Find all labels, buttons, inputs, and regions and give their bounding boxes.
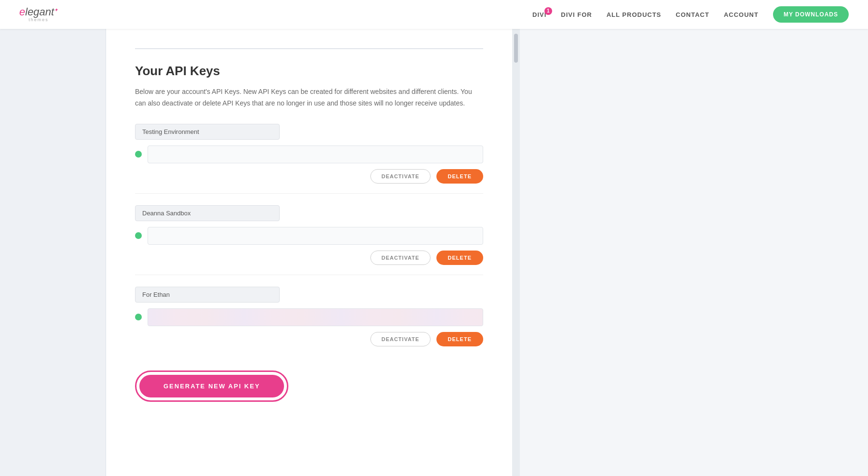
deactivate-button-2[interactable]: DEACTIVATE [370, 251, 431, 265]
my-downloads-button[interactable]: MY DOWNLOADS [773, 6, 849, 23]
deactivate-button-3[interactable]: DEACTIVATE [370, 332, 431, 346]
api-key-card-2: DEACTIVATE DELETE [135, 205, 483, 265]
nav-item-divi-for[interactable]: DIVI FOR [561, 11, 592, 18]
api-key-row-1 [135, 145, 483, 163]
api-key-card-3: DEACTIVATE DELETE [135, 287, 483, 346]
api-key-value-input-1[interactable] [148, 145, 483, 163]
page-description: Below are your account's API Keys. New A… [135, 86, 482, 109]
logo: elegant✦ themes [19, 7, 58, 22]
divi-badge: 1 [544, 7, 552, 15]
delete-button-2[interactable]: DELETE [436, 251, 483, 265]
api-key-name-input-2[interactable] [135, 205, 280, 221]
main-nav: DIVI 1 DIVI FOR ALL PRODUCTS CONTACT ACC… [532, 6, 849, 23]
api-key-row-3 [135, 308, 483, 326]
status-dot-3 [135, 314, 142, 320]
divider-2 [135, 275, 483, 275]
generate-btn-wrapper: GENERATE NEW API KEY [135, 370, 288, 402]
logo-sub: themes [19, 17, 58, 22]
scrollbar-thumb[interactable] [514, 34, 518, 63]
generate-api-key-button[interactable]: GENERATE NEW API KEY [139, 375, 284, 397]
nav-item-all-products[interactable]: ALL PRODUCTS [607, 11, 662, 18]
scrollbar[interactable] [512, 29, 520, 476]
delete-button-1[interactable]: DELETE [436, 169, 483, 184]
right-space [520, 29, 868, 476]
action-row-3: DEACTIVATE DELETE [135, 332, 483, 346]
site-header: elegant✦ themes DIVI 1 DIVI FOR ALL PROD… [0, 0, 868, 29]
sidebar [0, 29, 106, 476]
page-title: Your API Keys [135, 64, 483, 79]
nav-item-contact[interactable]: CONTACT [676, 11, 709, 18]
status-dot-1 [135, 151, 142, 158]
logo-brand: elegant✦ [19, 7, 58, 17]
divider-1 [135, 193, 483, 194]
nav-item-account[interactable]: ACCOUNT [724, 11, 759, 18]
main-content: Your API Keys Below are your account's A… [106, 29, 512, 476]
action-row-1: DEACTIVATE DELETE [135, 169, 483, 184]
api-key-name-input-3[interactable] [135, 287, 280, 303]
api-key-row-2 [135, 227, 483, 245]
delete-button-3[interactable]: DELETE [436, 332, 483, 346]
api-key-card-1: DEACTIVATE DELETE [135, 124, 483, 184]
api-key-value-input-2[interactable] [148, 227, 483, 245]
status-dot-2 [135, 232, 142, 239]
api-key-value-input-3[interactable] [148, 308, 483, 326]
page-wrapper: Your API Keys Below are your account's A… [0, 29, 868, 476]
top-divider [135, 48, 483, 49]
action-row-2: DEACTIVATE DELETE [135, 251, 483, 265]
nav-item-divi[interactable]: DIVI 1 [532, 11, 546, 18]
deactivate-button-1[interactable]: DEACTIVATE [370, 169, 431, 184]
api-key-name-input-1[interactable] [135, 124, 280, 140]
